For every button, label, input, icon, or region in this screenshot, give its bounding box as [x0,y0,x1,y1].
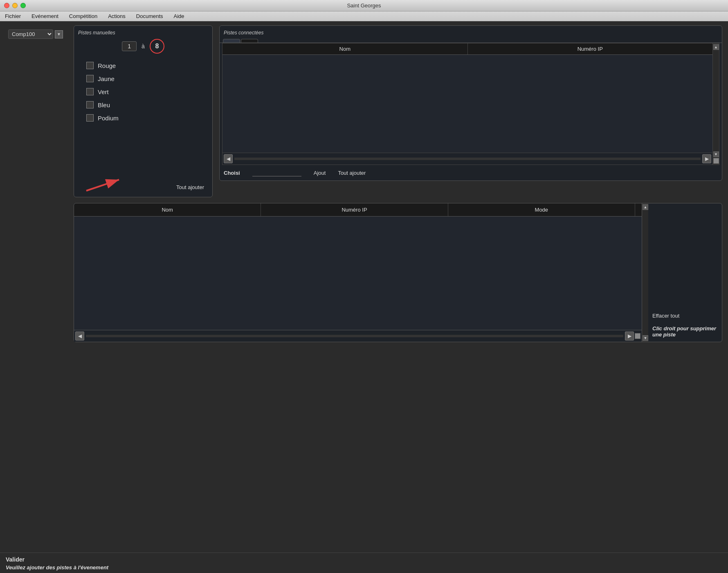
sidebar: Comp100 ▼ [4,25,74,573]
vscroll-thumb [713,158,719,164]
title-bar: Saint Georges [0,0,728,11]
bottom-table-header: Nom Numéro IP Mode [74,203,642,217]
pistes-connectees-title: Pistes connectées [220,30,722,36]
connected-table-body [222,55,712,153]
menu-actions[interactable]: Actions [106,13,127,19]
status-text: Veuillez ajouter des pistes à l'évenemen… [6,564,722,571]
maximize-button[interactable] [20,3,26,8]
bottom-table: Nom Numéro IP Mode ◀ ▶ [74,203,642,342]
tout-ajouter-manual-btn[interactable]: Tout ajouter [176,184,204,190]
bottom-scroll-left-btn[interactable]: ◀ [75,332,84,341]
color-label-rouge: Rouge [98,62,116,69]
color-label-bleu: Bleu [98,102,110,108]
bottom-scroll-right-btn[interactable]: ▶ [625,332,634,341]
bottom-vscroll: ▲ ▼ [642,203,648,342]
vscroll-down-btn[interactable]: ▼ [713,151,719,157]
minimize-button[interactable] [12,3,18,8]
bottom-table-body [74,217,642,330]
bottom-header-ip: Numéro IP [261,203,448,216]
color-swatch-jaune [86,75,94,82]
hint-text: Clic droit pour supprimer une piste [652,325,718,338]
color-swatch-rouge [86,62,94,69]
connected-table-header: Nom Numéro IP [222,43,712,55]
color-swatch-podium [86,114,94,122]
menu-competition[interactable]: Compétition [67,13,99,19]
valider-btn[interactable]: Valider [6,556,722,563]
menu-evenement[interactable]: Evénement [30,13,60,19]
ajout-btn[interactable]: Ajout [314,170,326,176]
manual-range: 1 à 8 [78,39,208,54]
color-item-rouge[interactable]: Rouge [86,62,208,69]
pistes-manuelles-title: Pistes manuelles [78,30,208,36]
color-swatch-vert [86,88,94,95]
sidebar-arrow-btn[interactable]: ▼ [55,30,63,38]
bottom-vscroll-down[interactable]: ▼ [643,335,648,341]
scroll-track-h [234,158,701,160]
color-label-podium: Podium [98,115,119,122]
color-item-vert[interactable]: Vert [86,88,208,95]
pistes-manuelles-panel: Pistes manuelles 1 à 8 Rouge [74,25,213,197]
comp-selector-wrap: Comp100 ▼ [8,29,70,39]
bottom-panel: Nom Numéro IP Mode ◀ ▶ [74,203,722,342]
tout-ajouter-section: Tout ajouter [176,184,204,190]
tab-area [220,39,722,43]
color-list: Rouge Jaune Vert Bleu [78,62,208,122]
bottom-right-area: Effacer tout Clic droit pour supprimer u… [648,203,722,342]
footer-bar: Valider Veuillez ajouter des pistes à l'… [0,553,728,573]
bottom-header-scroll-space [635,203,642,216]
choisi-input[interactable] [252,169,301,176]
comp-select[interactable]: Comp100 [8,29,53,39]
color-item-bleu[interactable]: Bleu [86,101,208,108]
menu-bar: Fichier Evénement Compétition Actions Do… [0,11,728,21]
bottom-scroll-track [86,335,623,337]
color-swatch-bleu [86,101,94,108]
tab-1[interactable] [223,39,240,43]
range-from[interactable]: 1 [122,41,137,51]
choisi-row: Choisi Ajout Tout ajouter [220,165,722,176]
bottom-header-mode: Mode [448,203,635,216]
range-to-value: 8 [155,43,159,50]
close-button[interactable] [4,3,9,8]
tout-ajouter-connected-btn[interactable]: Tout ajouter [338,170,366,176]
vscroll-up-btn[interactable]: ▲ [713,44,719,50]
scroll-right-btn[interactable]: ▶ [702,154,711,163]
bottom-header-nom: Nom [74,203,261,216]
arrow-annotation [74,164,139,197]
window-controls[interactable] [4,3,26,8]
color-label-jaune: Jaune [98,75,115,82]
window-title: Saint Georges [347,2,381,9]
tab-2[interactable] [241,39,258,43]
color-item-jaune[interactable]: Jaune [86,75,208,82]
menu-aide[interactable]: Aide [172,13,186,19]
bottom-scroll-thumb [635,333,640,339]
header-ip: Numéro IP [468,43,713,54]
choisi-label: Choisi [224,170,240,176]
menu-documents[interactable]: Documents [135,13,165,19]
color-label-vert: Vert [98,88,109,95]
menu-fichier[interactable]: Fichier [3,13,22,19]
header-nom: Nom [222,43,468,54]
effacer-tout-btn[interactable]: Effacer tout [652,313,718,319]
svg-line-1 [86,180,119,191]
range-separator: à [142,43,145,50]
range-to-circle[interactable]: 8 [150,39,164,54]
pistes-connectees-panel: Pistes connectées Nom Numéro IP [219,25,722,181]
color-item-podium[interactable]: Podium [86,114,208,122]
bottom-vscroll-up[interactable]: ▲ [643,204,648,210]
scroll-left-btn[interactable]: ◀ [224,154,233,163]
